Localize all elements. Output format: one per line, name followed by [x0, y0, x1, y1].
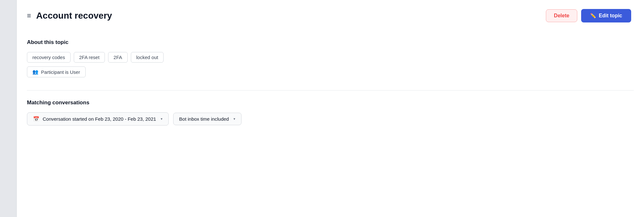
- people-icon: 👥: [32, 69, 38, 75]
- hamburger-icon[interactable]: ≡: [27, 12, 31, 19]
- tags-row: recovery codes 2FA reset 2FA locked out: [27, 52, 631, 63]
- matching-section-title: Matching conversations: [27, 100, 631, 106]
- tag-locked-out[interactable]: locked out: [131, 52, 164, 63]
- tag-2fa[interactable]: 2FA: [108, 52, 128, 63]
- tag-recovery-codes[interactable]: recovery codes: [27, 52, 71, 63]
- filter-row: 📅 Conversation started on Feb 23, 2020 -…: [27, 112, 631, 126]
- about-section: About this topic recovery codes 2FA rese…: [17, 30, 644, 90]
- tag-2fa-reset[interactable]: 2FA reset: [74, 52, 105, 63]
- date-filter-button[interactable]: 📅 Conversation started on Feb 23, 2020 -…: [27, 112, 169, 126]
- edit-topic-button[interactable]: ✏️ Edit topic: [581, 9, 631, 22]
- about-section-title: About this topic: [27, 39, 631, 46]
- date-filter-label: Conversation started on Feb 23, 2020 - F…: [43, 116, 156, 122]
- edit-topic-label: Edit topic: [599, 13, 622, 19]
- matching-section: Matching conversations 📅 Conversation st…: [17, 91, 644, 135]
- page-title: Account recovery: [36, 11, 112, 21]
- bot-filter-label: Bot inbox time included: [179, 116, 229, 122]
- calendar-icon: 📅: [33, 116, 39, 122]
- edit-icon: ✏️: [590, 13, 596, 19]
- participant-tag[interactable]: 👥 Participant is User: [27, 66, 86, 77]
- participant-tag-label: Participant is User: [41, 69, 80, 75]
- header-left: ≡ Account recovery: [27, 11, 112, 21]
- delete-button[interactable]: Delete: [546, 9, 577, 22]
- participant-row: 👥 Participant is User: [27, 66, 631, 77]
- header-actions: Delete ✏️ Edit topic: [546, 9, 631, 22]
- main-content: ≡ Account recovery Delete ✏️ Edit topic …: [17, 0, 644, 217]
- bot-chevron-icon: ▾: [233, 117, 235, 121]
- bot-filter-button[interactable]: Bot inbox time included ▾: [173, 113, 242, 125]
- date-chevron-icon: ▾: [161, 117, 163, 121]
- sidebar: [0, 0, 17, 217]
- page-header: ≡ Account recovery Delete ✏️ Edit topic: [17, 0, 644, 30]
